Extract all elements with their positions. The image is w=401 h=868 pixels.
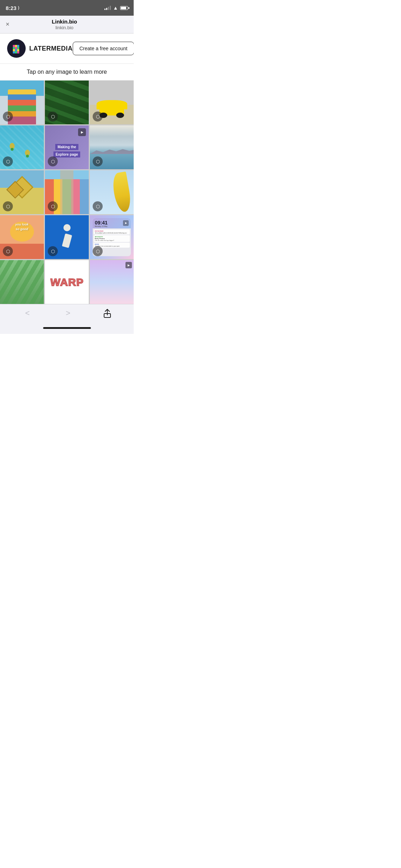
svg-rect-7 <box>15 49 17 51</box>
link-icon-2: ⬡ <box>48 112 58 122</box>
link-icon-1: ⬡ <box>3 112 13 122</box>
svg-rect-10 <box>13 51 15 53</box>
link-icon-4: ⬡ <box>3 156 13 166</box>
play-icon-12: ▶ <box>123 220 129 226</box>
brand-name: LATERMEDIA <box>29 45 73 52</box>
svg-rect-2 <box>15 45 17 47</box>
signal-icon <box>104 6 111 10</box>
link-icon-6: ⬡ <box>93 156 103 166</box>
phone-time: 09:41 <box>95 220 108 225</box>
browser-url: linkin.bio <box>14 25 115 30</box>
create-account-button[interactable]: Create a free account <box>73 42 134 55</box>
svg-rect-6 <box>13 49 15 51</box>
play-icon-5: ▶ <box>78 128 86 136</box>
svg-rect-11 <box>15 51 17 53</box>
browser-url-area: Linkin.bio linkin.bio <box>14 19 115 30</box>
status-bar: 8:23 ⟩ ▲ <box>0 0 134 16</box>
browser-bottom-bar: < > <box>0 304 134 322</box>
notif-text-2: Can we make the logo bigger? <box>95 239 129 241</box>
link-icon-11: ⬡ <box>48 246 58 256</box>
forward-button[interactable]: > <box>63 306 73 321</box>
grid-item-14[interactable]: WARP <box>45 260 89 304</box>
link-icon-3: ⬡ <box>93 112 103 122</box>
phone-date: Monday 13 May <box>95 225 108 227</box>
link-icon-12: ⬡ <box>93 246 103 256</box>
link-icon-7: ⬡ <box>3 201 13 211</box>
grid-item-1[interactable]: ⬡ <box>0 81 44 124</box>
page-header: LATERMEDIA Create a free account <box>0 33 134 64</box>
notif-text-1: Jenny (@jennyfrom.theblock) started foll… <box>95 232 129 234</box>
wifi-icon: ▲ <box>113 5 118 11</box>
home-bar <box>43 327 91 329</box>
warp-text: WARP <box>50 276 84 288</box>
browser-close-button[interactable]: × <box>6 21 10 28</box>
time-display: 8:23 <box>6 5 16 11</box>
link-icon-10: ⬡ <box>3 246 13 256</box>
play-icon-15: ▶ <box>125 262 132 268</box>
grid-item-15[interactable]: ▶ <box>90 260 134 304</box>
grid-item-7[interactable]: ⬡ <box>0 170 44 214</box>
image-grid: ⬡ ⬡ ⬡ <box>0 81 134 304</box>
svg-rect-3 <box>17 45 19 47</box>
grid-item-12[interactable]: 09:41 Monday 13 May ▶ INSTAGRAM Jenny (@… <box>90 215 134 259</box>
browser-title: Linkin.bio <box>14 19 115 25</box>
link-icon-5: ⬡ <box>48 156 58 166</box>
grid-item-6[interactable]: ⬡ <box>90 125 134 169</box>
tagline: Tap on any image to learn more <box>0 64 134 81</box>
grid-item-3[interactable]: ⬡ <box>90 81 134 124</box>
svg-rect-8 <box>17 47 19 49</box>
svg-rect-4 <box>13 47 15 49</box>
grid-item-11[interactable]: ⬡ <box>45 215 89 259</box>
svg-rect-12 <box>17 51 19 53</box>
status-icons: ▲ <box>104 5 128 11</box>
link-icon-9: ⬡ <box>93 201 103 211</box>
svg-rect-5 <box>15 47 17 49</box>
home-indicator <box>0 322 134 334</box>
share-icon <box>103 309 111 317</box>
battery-icon <box>120 6 128 10</box>
location-icon: ⟩ <box>18 6 19 10</box>
video-text-line-1: Making the <box>55 144 78 150</box>
back-button[interactable]: < <box>22 306 33 321</box>
brand-area: LATERMEDIA <box>7 39 73 58</box>
link-icon-8: ⬡ <box>48 201 58 211</box>
browser-bar: × Linkin.bio linkin.bio <box>0 16 134 33</box>
status-time: 8:23 ⟩ <box>6 5 19 11</box>
grid-item-4[interactable]: ⬡ <box>0 125 44 169</box>
svg-rect-9 <box>17 49 19 51</box>
brand-logo <box>7 39 26 58</box>
share-button[interactable] <box>103 309 111 317</box>
grid-item-8[interactable]: ⬡ <box>45 170 89 214</box>
grid-item-9[interactable]: ⬡ <box>90 170 134 214</box>
svg-rect-1 <box>13 45 15 47</box>
video-text-line-2: Explore page <box>53 151 80 157</box>
grid-item-5[interactable]: Making the Explore page ▶ ⬡ <box>45 125 89 169</box>
grid-item-2[interactable]: ⬡ <box>45 81 89 124</box>
grid-item-13[interactable] <box>0 260 44 304</box>
grid-item-10[interactable]: you lookso good ⬡ <box>0 215 44 259</box>
